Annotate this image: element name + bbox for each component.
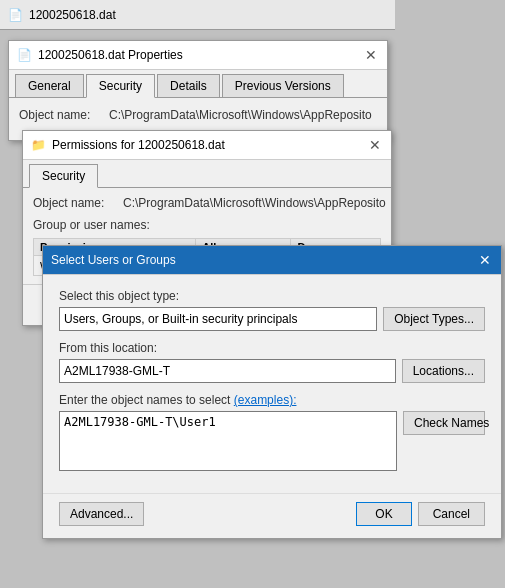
background-title: 1200250618.dat — [29, 8, 116, 22]
perms-object-label: Object name: — [33, 196, 123, 210]
props-tabs: General Security Details Previous Versio… — [9, 70, 387, 98]
perms-title: Permissions for 1200250618.dat — [52, 138, 225, 152]
location-row: Locations... — [59, 359, 485, 383]
props-icon: 📄 — [17, 48, 32, 62]
properties-titlebar: 📄 1200250618.dat Properties ✕ — [9, 41, 387, 70]
properties-window: 📄 1200250618.dat Properties ✕ General Se… — [8, 40, 388, 141]
select-titlebar: Select Users or Groups ✕ — [43, 246, 501, 275]
select-cancel-button[interactable]: Cancel — [418, 502, 485, 526]
tab-perms-security[interactable]: Security — [29, 164, 98, 188]
select-footer: Advanced... OK Cancel — [43, 493, 501, 538]
object-type-input[interactable] — [59, 307, 377, 331]
tab-previous-versions[interactable]: Previous Versions — [222, 74, 344, 97]
location-label: From this location: — [59, 341, 485, 355]
file-icon: 📄 — [8, 8, 23, 22]
select-title: Select Users or Groups — [51, 253, 176, 267]
perms-folder-icon: 📁 — [31, 138, 46, 152]
examples-link[interactable]: (examples): — [234, 393, 297, 407]
names-label-text: Enter the object names to select — [59, 393, 230, 407]
tab-security[interactable]: Security — [86, 74, 155, 98]
select-ok-button[interactable]: OK — [356, 502, 411, 526]
object-types-button[interactable]: Object Types... — [383, 307, 485, 331]
location-input[interactable] — [59, 359, 396, 383]
check-names-button[interactable]: Check Names — [403, 411, 485, 435]
select-close-button[interactable]: ✕ — [477, 252, 493, 268]
background-titlebar: 📄 1200250618.dat — [0, 0, 395, 30]
tab-general[interactable]: General — [15, 74, 84, 97]
object-type-row: Object Types... — [59, 307, 485, 331]
props-title: 1200250618.dat Properties — [38, 48, 183, 62]
permissions-titlebar: 📁 Permissions for 1200250618.dat ✕ — [23, 131, 391, 160]
tab-details[interactable]: Details — [157, 74, 220, 97]
footer-right-buttons: OK Cancel — [356, 502, 485, 526]
names-label: Enter the object names to select (exampl… — [59, 393, 485, 407]
locations-button[interactable]: Locations... — [402, 359, 485, 383]
select-dialog: Select Users or Groups ✕ Select this obj… — [42, 245, 502, 539]
perms-object-row: Object name: C:\ProgramData\Microsoft\Wi… — [33, 196, 381, 210]
names-textarea[interactable]: A2ML17938-GML-T\User1 — [59, 411, 397, 471]
object-type-label: Select this object type: — [59, 289, 485, 303]
names-row: A2ML17938-GML-T\User1 Check Names — [59, 411, 485, 471]
perms-tabs: Security — [23, 160, 391, 188]
perms-object-value: C:\ProgramData\Microsoft\Windows\AppRepo… — [123, 196, 386, 210]
props-object-value: C:\ProgramData\Microsoft\Windows\AppRepo… — [109, 108, 372, 122]
perms-close-button[interactable]: ✕ — [367, 137, 383, 153]
props-close-button[interactable]: ✕ — [363, 47, 379, 63]
props-object-row: Object name: C:\ProgramData\Microsoft\Wi… — [19, 108, 377, 122]
props-object-label: Object name: — [19, 108, 109, 122]
advanced-button[interactable]: Advanced... — [59, 502, 144, 526]
group-user-label: Group or user names: — [33, 218, 381, 232]
select-content: Select this object type: Object Types...… — [43, 275, 501, 491]
